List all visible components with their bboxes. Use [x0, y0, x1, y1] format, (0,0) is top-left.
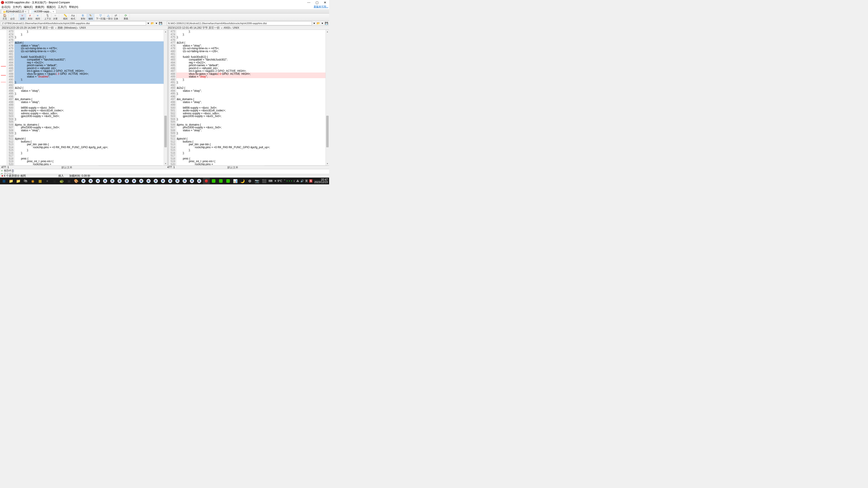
scroll-down-icon[interactable]: ▼ — [164, 162, 167, 165]
folder-open-icon[interactable]: 📂 — [151, 22, 154, 25]
chrome-icon[interactable] — [94, 178, 101, 184]
start-button[interactable]: ⊞ — [0, 178, 7, 184]
store-icon[interactable]: 🛍 — [22, 178, 29, 184]
chrome-icon[interactable] — [87, 178, 94, 184]
left-scrollbar[interactable]: ▲ ▼ — [164, 30, 167, 165]
taskbar-app-icon[interactable]: 📷 — [254, 178, 260, 184]
ultraedit-icon[interactable]: ◉ — [29, 178, 36, 184]
menu-view[interactable]: 视图(V) — [46, 5, 56, 9]
chrome-icon[interactable] — [109, 178, 116, 184]
scroll-up-icon[interactable]: ▲ — [164, 30, 167, 33]
close-icon[interactable]: ✕ — [25, 10, 26, 13]
weather-widget[interactable]: ☀ 9°C — [274, 180, 282, 183]
chrome-icon[interactable] — [167, 178, 174, 184]
toolbar-主页[interactable]: 🏠主页 — [1, 14, 8, 21]
toolbar-编辑[interactable]: ✎编辑 — [87, 14, 94, 21]
right-path-input[interactable] — [167, 21, 312, 25]
new-version-link[interactable]: 新版本可用... — [314, 5, 328, 8]
terminal-icon[interactable]: ▣ — [51, 178, 58, 184]
toolbar-差别[interactable]: ≠差别 — [26, 14, 34, 21]
save-icon[interactable]: 💾 — [159, 22, 162, 25]
tab-sapphire[interactable]: 📄 rk3399-sapp... ✕ — [29, 9, 56, 13]
right-charset-dropdown[interactable] — [220, 26, 222, 29]
explorer-icon[interactable]: 📁 — [8, 178, 14, 184]
tray-volume-icon[interactable]: 🔊 — [301, 180, 304, 183]
chrome-icon[interactable] — [152, 178, 159, 184]
right-lineending[interactable]: UNIX — [232, 26, 239, 29]
close-button[interactable]: ✕ — [322, 0, 328, 4]
toolbar-次要[interactable]: ≈次要 — [52, 14, 59, 21]
tab-android[interactable]: 📁 61Android11.0 ✕ — [1, 9, 29, 13]
taskbar-clock[interactable]: 20:47 2023/12/23 — [314, 178, 328, 184]
chrome-icon[interactable] — [123, 178, 130, 184]
toolbar-相同[interactable]: =相同 — [34, 14, 41, 21]
chrome-icon[interactable] — [181, 178, 188, 184]
app-icon[interactable]: ▦ — [37, 178, 43, 184]
toolbar-上一部分[interactable]: △上一部分 — [104, 14, 112, 21]
tray-chevron-up-icon[interactable]: ˄ — [284, 180, 285, 183]
chrome-icon[interactable] — [196, 178, 203, 184]
dropdown-icon[interactable]: ▾ — [147, 22, 150, 25]
chrome-icon[interactable] — [145, 178, 152, 184]
overview-gutter[interactable] — [0, 30, 7, 165]
toolbar-格式[interactable]: Aa格式 — [69, 14, 77, 21]
toolbar-规则[interactable]: 📏规则 — [61, 14, 69, 21]
left-lineending[interactable]: UNIX — [79, 26, 86, 29]
system-tray[interactable]: ˄ ᚼ 🖧 🔊 英 S — [284, 179, 312, 183]
save-icon[interactable]: 💾 — [324, 22, 328, 25]
explorer-icon[interactable]: 📁 — [15, 178, 22, 184]
menu-session[interactable]: 会话(S) — [1, 5, 10, 9]
explorer-icon[interactable]: ▾ — [320, 22, 324, 25]
explorer-icon[interactable]: ▾ — [155, 22, 158, 25]
right-encoding-dropdown[interactable]: ANSI — [223, 26, 231, 29]
tray-wechat-icon[interactable] — [289, 181, 290, 182]
tray-keyboard-icon[interactable]: ⌨ — [269, 180, 272, 183]
toolbar-全部[interactable]: =全部 — [19, 14, 26, 21]
left-encoding-dropdown[interactable]: 西欧 (Windows) — [58, 26, 78, 30]
toolbar-复制[interactable]: ⎘复制 — [79, 14, 87, 21]
toolbar-重载[interactable]: ⟳重载 — [122, 14, 130, 21]
left-path-input[interactable] — [1, 21, 146, 25]
taskbar-app-icon[interactable]: ⬛ — [261, 178, 268, 184]
chrome-icon[interactable] — [102, 178, 108, 184]
tray-wechat-icon[interactable] — [291, 181, 292, 182]
toolbar-会话[interactable]: 📄会话 — [8, 14, 16, 21]
maximize-button[interactable]: ▢ — [314, 0, 320, 4]
taskbar-app-icon[interactable]: 🌙 — [239, 178, 246, 184]
menu-edit[interactable]: 编辑(E) — [24, 5, 33, 9]
terminal-icon[interactable]: ▣ — [66, 178, 72, 184]
menu-file[interactable]: 文件(F) — [13, 5, 22, 9]
minimize-button[interactable]: — — [306, 0, 312, 4]
menu-help[interactable]: 帮助(H) — [69, 5, 78, 9]
beyondcompare-icon[interactable] — [203, 178, 210, 184]
tray-ime[interactable]: 英 — [305, 179, 308, 183]
tray-sogou-icon[interactable]: S — [309, 180, 312, 183]
tray-bluetooth-icon[interactable]: ᚼ — [293, 180, 295, 182]
menu-search[interactable]: 搜索(R) — [35, 5, 44, 9]
tray-wechat-icon[interactable] — [287, 181, 287, 182]
folder-open-icon[interactable]: 📂 — [316, 22, 320, 25]
right-scrollbar[interactable]: ▲ ▼ — [326, 30, 329, 165]
chrome-icon[interactable] — [138, 178, 145, 184]
chrome-icon[interactable] — [131, 178, 137, 184]
close-icon[interactable]: ✕ — [53, 10, 54, 13]
chrome-icon[interactable] — [188, 178, 195, 184]
left-code[interactable]: }; };};⇨&i2c4 { status = "okay"; i2c-scl… — [14, 30, 164, 165]
chrome-icon[interactable] — [80, 178, 87, 184]
wechat-icon[interactable] — [217, 178, 224, 184]
toolbar-上下文[interactable]: ⇅上下文 — [44, 14, 52, 21]
scroll-up-icon[interactable]: ▲ — [326, 30, 329, 33]
toolbar-交换[interactable]: ⇄交换 — [112, 14, 120, 21]
dropdown-icon[interactable]: ▾ — [312, 22, 316, 25]
left-charset-dropdown[interactable] — [54, 26, 56, 29]
wechat-icon[interactable] — [210, 178, 217, 184]
chrome-icon[interactable] — [116, 178, 123, 184]
right-hscroll[interactable] — [265, 166, 328, 169]
tortoise-icon[interactable]: 🐢 — [58, 178, 65, 184]
scroll-thumb[interactable] — [164, 116, 167, 147]
chrome-icon[interactable] — [174, 178, 181, 184]
tray-network-icon[interactable]: 🖧 — [296, 180, 299, 183]
paint-icon[interactable]: 🎨 — [73, 178, 80, 184]
app-icon[interactable]: ● — [44, 178, 51, 184]
chrome-icon[interactable] — [160, 178, 166, 184]
